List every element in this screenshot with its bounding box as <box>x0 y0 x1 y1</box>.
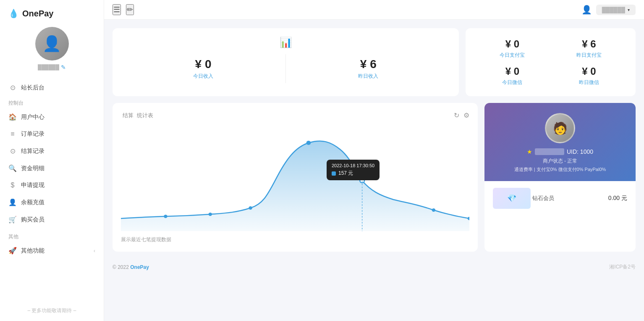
yesterday-income-amount: ¥ 6 <box>286 58 450 71</box>
diamond-card-image: 💎 <box>493 188 531 209</box>
home-icon: 🏠 <box>8 113 17 121</box>
avatar: 👤 <box>35 27 69 61</box>
today-alipay-label: 今日支付宝 <box>477 52 547 59</box>
bottom-row: 结算 统计表 ↻ ⚙ <box>113 103 636 252</box>
chart-title-text: 结算 <box>123 112 134 118</box>
stats-row: 📊 ¥ 0 今日收入 ¥ 6 昨日收入 ¥ 0 今日支付宝 <box>113 28 636 96</box>
list-icon: ≡ <box>8 130 17 138</box>
area-chart-svg <box>121 126 469 231</box>
edit-button[interactable]: ✏ <box>126 4 134 15</box>
user-dropdown-button[interactable]: ██████ ▾ <box>596 5 636 15</box>
admin-label: 站长后台 <box>21 84 45 92</box>
dollar-icon: $ <box>8 182 17 189</box>
sidebar-item-withdraw[interactable]: $ 申请提现 <box>0 177 104 194</box>
chart-subtitle-text: 统计表 <box>137 112 153 118</box>
chart-area: 2022-10-18 17:30:50 157 元 <box>121 126 469 231</box>
sidebar-item-other-features[interactable]: 🚀 其他功能 ‹ <box>0 242 104 259</box>
data-point-1 <box>164 215 168 218</box>
today-income-amount: ¥ 0 <box>121 58 285 71</box>
menu-toggle-button[interactable]: ☰ <box>113 4 121 15</box>
profile-balance: 0.00 元 <box>608 195 627 202</box>
today-income-label: 今日收入 <box>121 73 285 80</box>
income-values: ¥ 0 今日收入 ¥ 6 昨日收入 <box>121 54 450 83</box>
income-stat-card: 📊 ¥ 0 今日收入 ¥ 6 昨日收入 <box>113 28 459 96</box>
chart-settings-button[interactable]: ⚙ <box>463 111 469 119</box>
page-footer: © 2022 OnePay 湘ICP备2号 <box>113 258 636 272</box>
uid-text: UID: 1000 <box>567 148 593 155</box>
chart-refresh-button[interactable]: ↻ <box>454 111 459 119</box>
section-other-label: 其他 <box>0 228 104 242</box>
content-area: 📊 ¥ 0 今日收入 ¥ 6 昨日收入 ¥ 0 今日支付宝 <box>104 20 644 321</box>
chart-title-area: 结算 统计表 <box>121 111 153 119</box>
chart-area-fill <box>121 141 469 231</box>
footer-brand: OnePay <box>130 264 149 270</box>
chart-footer: 展示最近七笔提现数据 <box>121 236 469 243</box>
star-icon: ★ <box>527 148 532 155</box>
profile-card: 🧑 ★ ████ UID: 1000 商户状态 - 正常 通道费率 | 支付宝0… <box>484 103 636 252</box>
order-records-label: 订单记录 <box>21 130 45 138</box>
chart-actions: ↻ ⚙ <box>454 111 469 119</box>
footer-copyright-text: © 2022 <box>113 264 130 270</box>
data-point-6 <box>432 208 436 212</box>
recharge-label: 余额充值 <box>21 199 45 206</box>
yesterday-income-item: ¥ 6 昨日收入 <box>285 54 450 83</box>
data-point-3 <box>249 206 252 210</box>
yesterday-alipay-item: ¥ 6 昨日支付宝 <box>554 38 624 59</box>
yesterday-alipay-amount: ¥ 6 <box>554 38 624 50</box>
payment-stat-card: ¥ 0 今日支付宝 ¥ 6 昨日支付宝 ¥ 0 今日微信 ¥ 0 昨日微信 <box>466 28 636 96</box>
sidebar-footer: – 更多功能敬请期待 – <box>0 300 104 321</box>
other-features-label: 其他功能 <box>21 247 45 255</box>
sidebar-item-recharge[interactable]: 👤 余额充值 <box>0 194 104 211</box>
rocket-icon: 🚀 <box>8 247 17 255</box>
sidebar-item-fund-details[interactable]: 🔍 资金明细 <box>0 160 104 177</box>
profile-status: 商户状态 - 正常 <box>543 158 578 165</box>
footer-copyright: © 2022 OnePay <box>113 264 149 270</box>
topbar-right: 👤 ██████ ▾ <box>581 5 636 15</box>
chart-title: 结算 统计表 <box>121 111 153 118</box>
yesterday-wechat-amount: ¥ 0 <box>554 66 624 77</box>
yesterday-wechat-item: ¥ 0 昨日微信 <box>554 66 624 86</box>
cart-icon: 🛒 <box>8 216 17 224</box>
collapse-icon: ‹ <box>94 248 95 254</box>
buy-membership-label: 购买会员 <box>21 216 45 224</box>
user-icon: 👤 <box>8 198 17 206</box>
today-alipay-item: ¥ 0 今日支付宝 <box>477 38 547 59</box>
sidebar-item-admin[interactable]: ⊙ 站长后台 <box>0 79 104 96</box>
footer-icp: 湘ICP备2号 <box>609 263 636 271</box>
sidebar-item-user-center[interactable]: 🏠 用户中心 <box>0 108 104 126</box>
logo-area: 💧 OnePay <box>0 0 104 23</box>
data-point-4 <box>306 141 311 145</box>
admin-icon: ⊙ <box>8 84 17 92</box>
today-wechat-amount: ¥ 0 <box>477 66 547 77</box>
data-point-2 <box>209 213 212 216</box>
main-area: ☰ ✏ 👤 ██████ ▾ 📊 ¥ 0 今日收入 <box>104 0 644 321</box>
user-btn-label: ██████ <box>602 7 625 13</box>
edit-profile-icon[interactable]: ✎ <box>61 64 66 71</box>
sidebar-item-settlement-records[interactable]: ⊙ 结算记录 <box>0 142 104 160</box>
user-center-label: 用户中心 <box>21 113 45 121</box>
withdraw-label: 申请提现 <box>21 182 45 189</box>
membership-label: 钻石会员 <box>532 195 554 202</box>
user-avatar-area: 👤 ██████ ✎ <box>0 23 104 79</box>
sidebar-item-order-records[interactable]: ≡ 订单记录 <box>0 126 104 142</box>
today-income-item: ¥ 0 今日收入 <box>121 54 285 83</box>
settlement-records-label: 结算记录 <box>21 147 45 155</box>
sidebar-item-buy-membership[interactable]: 🛒 购买会员 <box>0 211 104 228</box>
topbar-left: ☰ ✏ <box>113 4 134 15</box>
yesterday-income-label: 昨日收入 <box>286 73 450 80</box>
profile-body: 💎 钻石会员 0.00 元 <box>484 181 636 216</box>
chart-header: 结算 统计表 ↻ ⚙ <box>121 111 469 119</box>
today-wechat-item: ¥ 0 今日微信 <box>477 66 547 86</box>
profile-header: 🧑 ★ ████ UID: 1000 商户状态 - 正常 通道费率 | 支付宝0… <box>484 103 636 181</box>
check-circle-icon: ⊙ <box>8 147 17 155</box>
yesterday-alipay-label: 昨日支付宝 <box>554 52 624 59</box>
sidebar: 💧 OnePay 👤 ██████ ✎ ⊙ 站长后台 控制台 🏠 用户中心 ≡ … <box>0 0 104 321</box>
profile-avatar: 🧑 <box>545 113 575 143</box>
topbar: ☰ ✏ 👤 ██████ ▾ <box>104 0 644 20</box>
avatar-name: ██████ ✎ <box>38 64 66 71</box>
yesterday-wechat-label: 昨日微信 <box>554 79 624 86</box>
logo-icon: 💧 <box>8 8 19 18</box>
dropdown-arrow-icon: ▾ <box>628 8 630 12</box>
search-icon: 🔍 <box>8 164 17 172</box>
chart-card: 结算 统计表 ↻ ⚙ <box>113 103 478 252</box>
